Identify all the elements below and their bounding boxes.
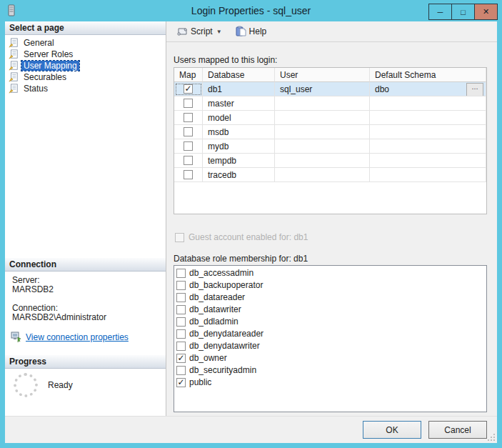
role-list-item[interactable]: db_denydatawriter [176,340,486,352]
connection-properties-icon [11,332,22,342]
role-checkbox[interactable] [176,293,186,302]
app-icon[interactable] [6,4,17,17]
progress-header: Progress [5,355,166,369]
default-schema-cell: dbo... [370,82,486,96]
maximize-button[interactable]: □ [451,4,475,20]
role-label: db_securityadmin [189,365,256,375]
map-cell [174,96,203,111]
map-checkbox[interactable] [184,141,193,151]
map-cell [174,139,203,154]
sidebar: Select a page General Server Roles [5,21,166,416]
progress-status: Ready [14,373,73,397]
default-schema-cell [370,96,486,111]
close-button[interactable]: ✕ [474,4,498,20]
cancel-button[interactable]: Cancel [428,421,487,439]
role-list-item[interactable]: ✓ db_owner [176,352,486,364]
map-cell [174,125,203,139]
table-row[interactable]: master [174,96,486,111]
role-label: db_backupoperator [189,280,263,290]
role-label: db_ddladmin [189,317,239,327]
role-label: db_owner [189,353,227,363]
script-button[interactable]: Script ▼ [174,24,232,39]
table-row[interactable]: tempdb [174,154,486,168]
role-list-item[interactable]: db_datawriter [176,304,486,315]
resize-grip-icon[interactable] [487,433,496,442]
role-label: public [189,377,211,387]
database-cell: tempdb [203,154,275,168]
user-cell [275,111,370,125]
sidebar-page-item[interactable]: Securables [8,71,163,83]
role-label: db_datawriter [189,304,241,314]
role-list-item[interactable]: db_denydatareader [176,328,486,339]
role-checkbox[interactable] [176,342,186,351]
default-schema-cell [370,168,486,182]
column-header: Database [203,68,275,82]
role-checkbox[interactable]: ✓ [176,354,186,363]
help-button[interactable]: Help [232,24,270,39]
map-cell: ✓ [174,82,203,96]
role-list-item[interactable]: db_ddladmin [176,316,486,327]
user-cell [275,125,370,139]
role-checkbox[interactable]: ✓ [176,378,186,387]
map-cell [174,168,203,182]
sidebar-page-item[interactable]: General [8,37,163,49]
role-list-item[interactable]: db_securityadmin [176,364,486,376]
database-cell: msdb [203,125,275,139]
view-connection-properties-link[interactable]: View connection properties [11,332,129,342]
role-list-item[interactable]: db_accessadmin [176,267,486,279]
map-checkbox[interactable] [184,156,193,165]
server-value: MARSDB2 [12,285,106,294]
user-cell: sql_user [275,82,370,96]
role-list-item[interactable]: db_backupoperator [176,279,486,291]
script-label: Script [191,26,213,36]
sidebar-page-item[interactable]: Server Roles [8,49,163,60]
map-cell [174,154,203,168]
role-label: db_denydatawriter [189,341,260,351]
table-row[interactable]: ✓ db1 sql_user dbo... [174,82,486,96]
role-membership-label: Database role membership for: db1 [174,254,308,264]
sidebar-page-label: Server Roles [21,49,75,59]
role-checkbox[interactable] [176,305,186,314]
page-icon [8,84,19,94]
table-row[interactable]: tracedb [174,168,486,182]
users-mapped-label: Users mapped to this login: [174,55,277,65]
sidebar-page-item[interactable]: Status [8,83,163,94]
ok-button[interactable]: OK [363,421,421,439]
column-header: User [275,68,370,82]
default-schema-cell [370,139,486,154]
guest-account-checkbox [175,233,184,242]
connection-value: MARSDB2\Administrator [12,313,106,322]
maximize-icon: □ [461,8,466,16]
sidebar-page-item[interactable]: User Mapping [8,60,163,71]
table-row[interactable]: model [174,111,486,125]
role-list-item[interactable]: ✓ public [176,377,486,388]
map-checkbox[interactable] [184,170,193,179]
role-label: db_datareader [189,292,245,302]
role-checkbox[interactable] [176,366,186,375]
table-row[interactable]: msdb [174,125,486,139]
login-properties-window: Login Properties - sql_user ─ □ ✕ Select… [0,0,502,448]
role-membership-list: db_accessadmin db_backupoperator db_data… [174,265,487,412]
map-checkbox[interactable] [184,99,193,108]
connection-info: Server: MARSDB2 Connection: MARSDB2\Admi… [12,276,106,332]
role-list-item[interactable]: db_datareader [176,292,486,303]
map-checkbox[interactable] [184,113,193,122]
role-checkbox[interactable] [176,281,186,290]
role-checkbox[interactable] [176,317,186,327]
table-row[interactable]: mydb [174,139,486,154]
database-cell: model [203,111,275,125]
role-checkbox[interactable] [176,269,186,278]
default-schema-browse-button[interactable]: ... [466,83,483,96]
map-checkbox[interactable]: ✓ [184,84,193,94]
sidebar-page-label: Status [21,84,50,94]
map-checkbox[interactable] [184,127,193,136]
grid-body: ✓ db1 sql_user dbo... master model msdb … [174,82,486,182]
sidebar-page-label: General [21,38,56,48]
progress-spinner-icon [14,373,38,397]
minimize-button[interactable]: ─ [428,4,452,20]
database-cell: tracedb [203,168,275,182]
link-label: View connection properties [26,332,129,342]
role-checkbox[interactable] [176,329,186,339]
column-header: Map [174,68,203,82]
script-icon [176,26,188,37]
